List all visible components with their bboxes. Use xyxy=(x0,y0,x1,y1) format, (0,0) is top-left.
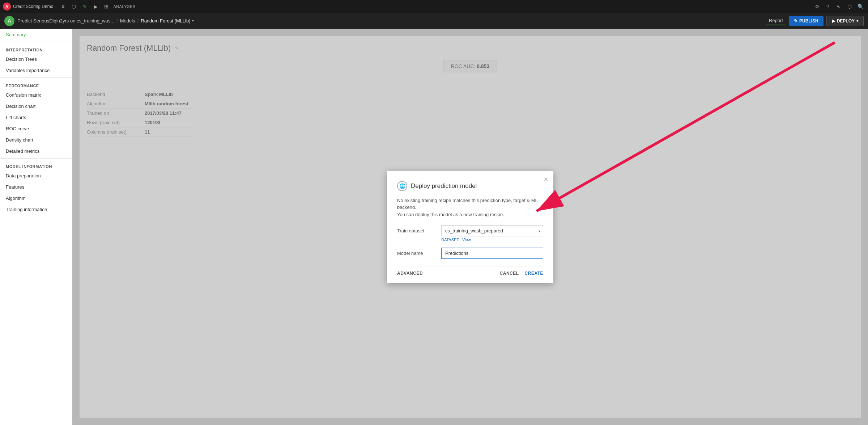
sidebar-item-decision-chart[interactable]: Decision chart xyxy=(0,101,72,112)
train-dataset-label: Train dataset xyxy=(397,225,437,233)
breadcrumb-sep-2: / xyxy=(137,18,139,24)
svg-line-1 xyxy=(536,42,835,211)
main-layout: Summary INTERPRETATION Decision Trees Va… xyxy=(0,29,868,425)
modal-overlay: 🌐 Deploy prediction model ✕ No existing … xyxy=(72,29,868,425)
modal-header: 🌐 Deploy prediction model ✕ xyxy=(397,181,543,191)
deploy-dropdown-icon: ▾ xyxy=(856,19,858,23)
deploy-button[interactable]: ▶ DEPLOY ▾ xyxy=(826,16,864,26)
analyses-label: ANALYSES xyxy=(113,4,135,9)
sidebar-section-interpretation: INTERPRETATION xyxy=(0,43,72,54)
report-button[interactable]: Report xyxy=(766,16,786,25)
deploy-label: DEPLOY xyxy=(837,18,855,24)
modal-description: No existing training recipe matches this… xyxy=(397,198,537,217)
deploy-play-icon: ▶ xyxy=(832,18,835,24)
modal-close-button[interactable]: ✕ xyxy=(544,176,548,183)
content-area: Random Forest (MLLib) ✎ ROC AUC: 0.853 B… xyxy=(72,29,868,425)
model-name-input[interactable] xyxy=(441,248,543,259)
breadcrumb-project[interactable]: Predict SeriousDlqin2yrs on cs_training_… xyxy=(17,18,114,24)
nav-icon-menu[interactable]: ≡ xyxy=(58,2,68,11)
breadcrumb-current-model: Random Forest (MLLib) ▾ xyxy=(141,18,193,24)
sidebar-item-variables-importance[interactable]: Variables importance xyxy=(0,65,72,76)
modal-globe-icon: 🌐 xyxy=(397,181,407,191)
sidebar-item-features[interactable]: Features xyxy=(0,181,72,193)
sidebar-section-performance: PERFORMANCE xyxy=(0,79,72,89)
sidebar-section-model-info: MODEL INFORMATION xyxy=(0,160,72,170)
breadcrumb-models[interactable]: Models xyxy=(120,18,135,24)
publish-button[interactable]: ✎ PUBLISH xyxy=(789,16,824,26)
modal-body-text: No existing training recipe matches this… xyxy=(397,197,543,218)
publish-icon: ✎ xyxy=(794,18,797,24)
second-bar-actions: Report ✎ PUBLISH ▶ DEPLOY ▾ xyxy=(766,16,864,26)
help-icon[interactable]: ? xyxy=(823,2,833,11)
dataset-label-prefix: DATASET · xyxy=(441,237,462,242)
dataset-sub-label: DATASET · View xyxy=(441,237,543,242)
model-dropdown-icon[interactable]: ▾ xyxy=(192,19,194,23)
sidebar-item-training-information[interactable]: Training information xyxy=(0,204,72,215)
nav-icon-edit[interactable]: ✎ xyxy=(80,2,89,11)
sidebar-item-confusion-matrix[interactable]: Confusion matrix xyxy=(0,89,72,101)
train-dataset-select-wrap: cs_training_wasb_prepared ▾ xyxy=(441,225,543,236)
top-bar-right-icons: ⚙ ? ∿ ⬡ 🔍 xyxy=(812,2,865,11)
sidebar: Summary INTERPRETATION Decision Trees Va… xyxy=(0,29,72,425)
nav-icon-datasets[interactable]: ⬡ xyxy=(69,2,78,11)
modal-footer: ADVANCED CANCEL CREATE xyxy=(397,266,543,276)
sidebar-item-detailed-metrics[interactable]: Detailed metrics xyxy=(0,146,72,157)
sidebar-item-algorithm[interactable]: Algorithm xyxy=(0,193,72,204)
sidebar-item-summary[interactable]: Summary xyxy=(0,29,72,40)
top-bar: A Credit Scoring Demo ≡ ⬡ ✎ ▶ ⊞ ANALYSES… xyxy=(0,0,868,13)
breadcrumb-sep-1: / xyxy=(116,18,118,24)
sidebar-item-decision-trees[interactable]: Decision Trees xyxy=(0,54,72,65)
project-logo: A xyxy=(4,16,14,26)
sidebar-item-data-preparation[interactable]: Data preparation xyxy=(0,170,72,181)
train-dataset-field: cs_training_wasb_prepared ▾ DATASET · Vi… xyxy=(441,225,543,242)
app-name: Credit Scoring Demo xyxy=(13,4,53,9)
model-name-label: Model name xyxy=(397,248,437,256)
advanced-button[interactable]: ADVANCED xyxy=(397,271,423,276)
nav-icon-grid[interactable]: ⊞ xyxy=(102,2,111,11)
model-name-row: Model name xyxy=(397,248,543,259)
sidebar-item-roc-curve[interactable]: ROC curve xyxy=(0,123,72,134)
sidebar-item-density-chart[interactable]: Density chart xyxy=(0,134,72,146)
sidebar-divider-3 xyxy=(0,158,72,159)
second-bar: A Predict SeriousDlqin2yrs on cs_trainin… xyxy=(0,13,868,29)
create-button[interactable]: CREATE xyxy=(525,271,543,276)
search-icon[interactable]: 🔍 xyxy=(856,2,865,11)
train-dataset-row: Train dataset cs_training_wasb_prepared … xyxy=(397,225,543,242)
app-logo: A xyxy=(3,3,11,10)
cancel-button[interactable]: CANCEL xyxy=(500,271,519,276)
sidebar-divider-1 xyxy=(0,42,72,42)
sidebar-divider-2 xyxy=(0,77,72,78)
top-bar-nav-icons: ≡ ⬡ ✎ ▶ ⊞ ANALYSES xyxy=(58,2,135,11)
publish-label: PUBLISH xyxy=(799,18,818,24)
modal-title: Deploy prediction model xyxy=(411,182,477,190)
train-dataset-select[interactable]: cs_training_wasb_prepared xyxy=(441,225,543,236)
dataset-view-link[interactable]: View xyxy=(462,237,471,242)
modal-footer-right: CANCEL CREATE xyxy=(500,271,543,276)
settings-icon[interactable]: ⚙ xyxy=(812,2,822,11)
breadcrumb: Predict SeriousDlqin2yrs on cs_training_… xyxy=(17,18,194,24)
modules-icon[interactable]: ⬡ xyxy=(845,2,854,11)
deploy-modal: 🌐 Deploy prediction model ✕ No existing … xyxy=(387,171,553,283)
activity-icon[interactable]: ∿ xyxy=(834,2,843,11)
model-name-field xyxy=(441,248,543,259)
nav-icon-run[interactable]: ▶ xyxy=(91,2,100,11)
sidebar-item-lift-charts[interactable]: Lift charts xyxy=(0,112,72,123)
